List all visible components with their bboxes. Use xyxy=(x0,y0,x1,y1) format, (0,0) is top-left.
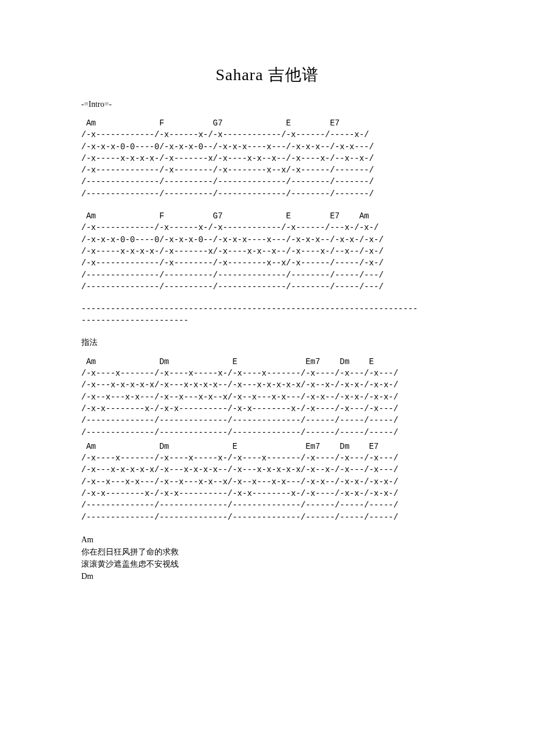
tab-line: /-x--x---x-x---/-x--x---x-x--x/-x--x---x… xyxy=(81,391,453,403)
tab-line: /-x------------/-x------x-/-x-----------… xyxy=(81,129,453,141)
tab-line: /-x---x-x-x-x-x/-x---x-x-x-x--/-x---x-x-… xyxy=(81,464,453,476)
tab-line: /-x-------------/-x--------/-x--------x-… xyxy=(81,164,453,176)
lyrics-block: Am 你在烈日狂风拼了命的求救 滚滚黄沙遮盖焦虑不安视线 Dm xyxy=(81,534,453,582)
tab-block-3: Am Dm E Em7 Dm E /-x----x-------/-x----x… xyxy=(81,356,453,438)
divider-line: ---------------------- xyxy=(81,315,453,326)
lyric-chord: Am xyxy=(81,534,453,546)
chord-row: Am Dm E Em7 Dm E xyxy=(81,356,453,368)
divider-block: ----------------------------------------… xyxy=(81,303,453,327)
tab-line: /-x-------------/-x--------/-x--------x-… xyxy=(81,257,453,269)
document-page: Sahara 吉他谱 -=Intro=- Am F G7 E E7 /-x---… xyxy=(0,0,534,616)
tab-line: /---------------/----------/------------… xyxy=(81,188,453,200)
tab-block-4: Am Dm E Em7 Dm E7 /-x----x-------/-x----… xyxy=(81,441,453,523)
tab-line: /-x-x-x-0-0----0/-x-x-x-0--/-x-x-x----x-… xyxy=(81,141,453,153)
tab-line: /--------------/--------------/---------… xyxy=(81,415,453,426)
intro-label: -=Intro=- xyxy=(81,100,453,109)
divider-line: ----------------------------------------… xyxy=(81,303,453,315)
lyric-line: 你在烈日狂风拼了命的求救 xyxy=(81,546,453,558)
tab-line: /-x-x-x-0-0----0/-x-x-x-0--/-x-x-x----x-… xyxy=(81,234,453,246)
tab-line: /-x-x--------x-/-x-x----------/-x-x-----… xyxy=(81,403,453,415)
tab-block-2: Am F G7 E E7 Am /-x------------/-x------… xyxy=(81,210,453,293)
tab-line: /---------------/----------/------------… xyxy=(81,176,453,188)
tab-line: /-x----x-------/-x----x-----x-/-x----x--… xyxy=(81,368,453,379)
tab-line: /---------------/----------/------------… xyxy=(81,281,453,293)
tab-line: /--------------/--------------/---------… xyxy=(81,512,453,523)
tab-line: /-x-----x-x-x-x-/-x-------x/-x----x-x--x… xyxy=(81,153,453,164)
tab-line: /-x-x--------x-/-x-x----------/-x-x-----… xyxy=(81,488,453,499)
tab-line: /--------------/--------------/---------… xyxy=(81,499,453,511)
lyric-line: 滚滚黄沙遮盖焦虑不安视线 xyxy=(81,558,453,570)
fingering-label: 指法 xyxy=(81,337,453,348)
tab-line: /-x--x---x-x---/-x--x---x-x--x/-x--x---x… xyxy=(81,476,453,488)
chord-row: Am F G7 E E7 xyxy=(81,117,453,129)
tab-block-1: Am F G7 E E7 /-x------------/-x------x-/… xyxy=(81,117,453,200)
tab-line: /-x-----x-x-x-x-/-x-------x/-x----x-x--x… xyxy=(81,246,453,257)
tab-line: /-x---x-x-x-x-x/-x---x-x-x-x--/-x---x-x-… xyxy=(81,379,453,391)
tab-line: /---------------/----------/------------… xyxy=(81,269,453,281)
chord-row: Am Dm E Em7 Dm E7 xyxy=(81,441,453,452)
lyric-chord: Dm xyxy=(81,570,453,582)
page-title: Sahara 吉他谱 xyxy=(81,64,453,86)
tab-line: /-x------------/-x------x-/-x-----------… xyxy=(81,222,453,233)
chord-row: Am F G7 E E7 Am xyxy=(81,210,453,222)
tab-line: /--------------/--------------/---------… xyxy=(81,427,453,438)
tab-line: /-x----x-------/-x----x-----x-/-x----x--… xyxy=(81,452,453,464)
